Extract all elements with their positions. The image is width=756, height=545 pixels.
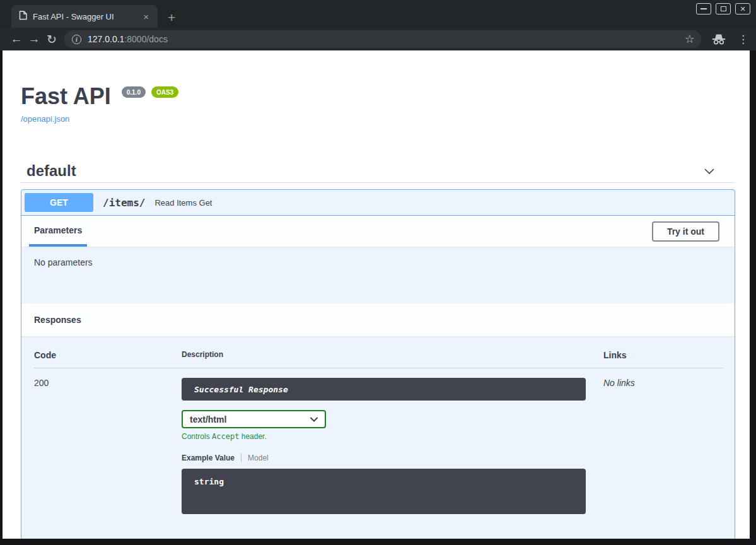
forward-icon[interactable]: → — [25, 30, 43, 48]
media-type-select[interactable]: text/html — [182, 410, 326, 428]
operation-block-get-items: GET /items/ Read Items Get Parameters Tr… — [21, 189, 735, 539]
select-chevron-down-icon — [310, 414, 318, 425]
responses-header: Responses — [21, 303, 735, 336]
parameters-body: No parameters — [21, 247, 735, 303]
back-icon[interactable]: ← — [8, 30, 25, 48]
browser-tab[interactable]: Fast API - Swagger UI × — [11, 5, 158, 28]
response-description-block: Successful Response — [182, 378, 586, 401]
minimize-icon — [701, 8, 707, 9]
responses-title: Responses — [34, 315, 81, 325]
new-tab-button[interactable]: + — [168, 11, 175, 24]
browser-window: Fast API - Swagger UI × + ✕ ← → ↻ i 127.… — [0, 0, 756, 545]
chevron-down-icon[interactable] — [702, 164, 716, 178]
response-description-cell: Successful Response text/html — [182, 368, 603, 514]
oas3-badge: OAS3 — [151, 86, 178, 98]
column-header-code: Code — [34, 350, 182, 368]
swagger-page: Fast API 0.1.0 OAS3 /openapi.json defaul… — [3, 50, 750, 539]
address-bar[interactable]: i 127.0.0.1:8000/docs ☆ — [64, 30, 701, 48]
maximize-icon — [721, 6, 726, 11]
operation-path: /items/ — [103, 197, 145, 209]
tab-close-icon[interactable]: × — [141, 11, 151, 23]
url-path: :8000/docs — [124, 34, 168, 44]
site-info-icon[interactable]: i — [72, 35, 81, 44]
tab-title: Fast API - Swagger UI — [33, 12, 135, 21]
reload-icon[interactable]: ↻ — [43, 30, 61, 48]
api-info: Fast API 0.1.0 OAS3 /openapi.json — [21, 85, 735, 124]
version-badge: 0.1.0 — [122, 86, 146, 98]
tab-parameters[interactable]: Parameters — [29, 216, 87, 247]
incognito-icon — [711, 33, 726, 45]
column-header-description: Description — [182, 350, 603, 368]
tab-divider — [241, 453, 241, 462]
document-favicon-icon — [19, 11, 27, 22]
operation-summary[interactable]: GET /items/ Read Items Get — [21, 190, 735, 216]
url-host: 127.0.0.1 — [88, 34, 124, 44]
responses-body: Code Description Links 200 Successful Re… — [21, 336, 735, 539]
close-icon: ✕ — [740, 6, 745, 13]
tag-section-header[interactable]: default — [21, 160, 735, 183]
try-it-out-button[interactable]: Try it out — [652, 221, 719, 242]
no-parameters-text: No parameters — [34, 257, 93, 267]
window-controls: ✕ — [696, 3, 750, 15]
response-code: 200 — [34, 368, 182, 514]
operation-description: Read Items Get — [154, 198, 212, 208]
openapi-spec-link[interactable]: /openapi.json — [21, 114, 69, 124]
parameters-header: Parameters Try it out — [21, 216, 735, 247]
bookmark-star-icon[interactable]: ☆ — [685, 33, 695, 45]
example-value-block: string — [182, 469, 586, 514]
model-example-tabs: Example Value Model — [182, 453, 603, 462]
browser-titlebar: Fast API - Swagger UI × + ✕ — [0, 0, 756, 28]
response-links: No links — [603, 368, 723, 514]
minimize-button[interactable] — [696, 3, 711, 15]
tag-name: default — [26, 162, 76, 180]
tab-model[interactable]: Model — [248, 454, 269, 462]
accept-header-note: Controls Accept header. — [182, 432, 603, 441]
media-type-value: text/html — [190, 414, 226, 425]
column-header-links: Links — [603, 350, 723, 368]
http-method-badge: GET — [25, 193, 93, 212]
maximize-button[interactable] — [716, 3, 731, 15]
page-title: Fast API — [21, 85, 111, 108]
tab-example-value[interactable]: Example Value — [182, 454, 235, 462]
browser-menu-icon[interactable]: ⋮ — [738, 33, 748, 46]
close-button[interactable]: ✕ — [735, 3, 750, 15]
browser-toolbar: ← → ↻ i 127.0.0.1:8000/docs ☆ ⋮ — [0, 28, 756, 50]
